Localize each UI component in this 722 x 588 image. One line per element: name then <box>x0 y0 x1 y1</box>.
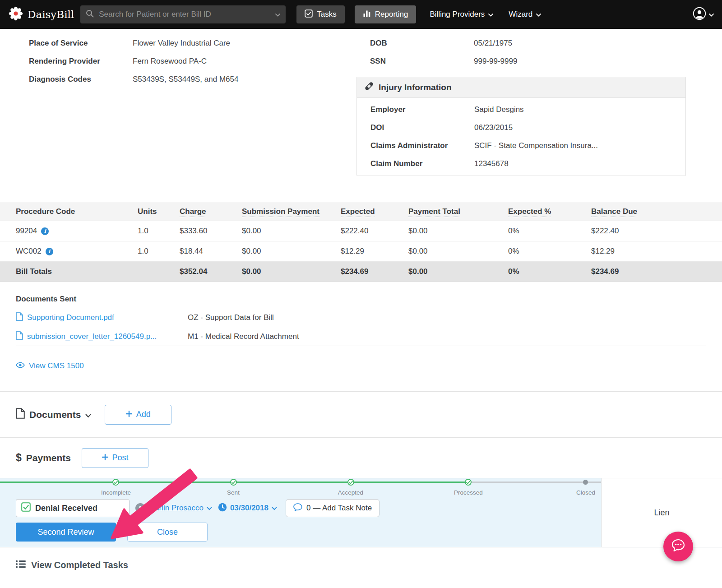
cell-expected-pct: 0% <box>508 262 591 282</box>
search-input[interactable] <box>98 9 271 19</box>
cell-charge: $333.60 <box>180 221 242 241</box>
lien-panel: Lien <box>601 478 722 547</box>
cell-submission-payment: $0.00 <box>242 221 341 241</box>
wizard-label: Wizard <box>509 10 532 19</box>
injury-information-title: Injury Information <box>379 83 452 93</box>
cell-payment-total: $0.00 <box>408 262 508 282</box>
step-processed-check-icon <box>465 479 472 486</box>
cell-balance-due: $222.40 <box>591 221 722 241</box>
step-accepted-check-icon <box>347 479 354 486</box>
tasks-label: Tasks <box>317 10 336 19</box>
global-search[interactable] <box>80 5 286 23</box>
field-ssn: SSN 999-99-9999 <box>356 52 686 70</box>
speech-bubble-icon <box>293 503 302 514</box>
chevron-down-icon <box>709 10 714 19</box>
col-procedure-code: Procedure Code <box>0 202 138 221</box>
cell-expected-pct: 0% <box>508 241 591 262</box>
cell-units: 1.0 <box>138 241 180 262</box>
chevron-down-icon <box>272 504 277 512</box>
assignee-dropdown[interactable]: Marlin Prosacco <box>135 503 212 513</box>
daisy-logo-icon <box>8 6 23 23</box>
account-menu[interactable] <box>693 7 714 22</box>
document-link[interactable]: submission_cover_letter_1260549.p... <box>16 331 188 342</box>
col-payment-total: Payment Total <box>408 202 508 221</box>
procedure-table: Procedure Code Units Charge Submission P… <box>0 202 722 282</box>
bar-chart-icon <box>363 10 371 19</box>
procedure-row: 99204i 1.0 $333.60 $0.00 $222.40 $0.00 0… <box>0 221 722 241</box>
chat-support-button[interactable] <box>663 532 693 561</box>
progress-line-pending <box>468 482 601 483</box>
bill-totals-label: Bill Totals <box>0 262 138 282</box>
step-label-incomplete: Incomplete <box>84 489 148 496</box>
field-dob: DOB 05/21/1975 <box>356 34 686 52</box>
reporting-button[interactable]: Reporting <box>355 5 417 23</box>
list-icon <box>16 560 26 570</box>
documents-section: Documents Add <box>0 392 722 438</box>
chevron-down-icon <box>488 10 493 19</box>
search-chevron-icon[interactable] <box>275 10 280 19</box>
document-row: Supporting Document.pdf OZ - Support Dat… <box>16 308 706 327</box>
field-claim-number: Claim Number 12345678 <box>357 155 685 173</box>
view-completed-tasks-link[interactable]: View Completed Tasks <box>0 560 722 570</box>
eye-icon <box>16 361 25 370</box>
view-cms-1500-link[interactable]: View CMS 1500 <box>16 361 706 370</box>
cell-submission-payment: $0.00 <box>242 262 341 282</box>
injury-information-panel: Injury Information Employer Sapid Desgin… <box>356 77 686 176</box>
add-task-note-button[interactable]: 0 — Add Task Note <box>286 499 380 517</box>
close-task-button[interactable]: Close <box>127 523 208 542</box>
task-denial-received[interactable]: Denial Received <box>16 499 130 517</box>
procedure-table-header-row: Procedure Code Units Charge Submission P… <box>0 202 722 221</box>
cell-charge: $352.04 <box>180 262 242 282</box>
document-type: OZ - Support Data for Bill <box>188 313 274 322</box>
document-type: M1 - Medical Record Attachment <box>188 332 299 341</box>
billing-providers-label: Billing Providers <box>430 10 485 19</box>
cell-payment-total: $0.00 <box>408 241 508 262</box>
brand-home-link[interactable]: DaisyBill <box>8 6 74 23</box>
document-row: submission_cover_letter_1260549.p... M1 … <box>16 327 706 346</box>
tasks-checkbox-icon <box>305 9 313 20</box>
task-panel: Incomplete Sent Accepted Processed Close… <box>0 478 722 547</box>
cell-expected: $234.69 <box>341 262 408 282</box>
wizard-menu[interactable]: Wizard <box>509 10 541 19</box>
cell-units: 1.0 <box>138 221 180 241</box>
chevron-down-icon <box>85 409 91 420</box>
reporting-label: Reporting <box>375 10 408 19</box>
step-label-sent: Sent <box>202 489 265 496</box>
cell-procedure-code: 99204i <box>0 221 138 241</box>
plus-icon <box>102 453 108 463</box>
post-payment-button[interactable]: Post <box>82 448 148 468</box>
step-label-closed: Closed <box>554 489 617 496</box>
documents-section-toggle[interactable]: Documents <box>16 408 91 421</box>
due-date-dropdown[interactable]: 03/30/2018 <box>218 503 277 514</box>
bill-details: Place of Service Flower Valley Industria… <box>29 34 356 202</box>
cell-submission-payment: $0.00 <box>242 241 341 262</box>
info-icon[interactable]: i <box>46 248 53 255</box>
brand-name: DaisyBill <box>28 9 74 20</box>
green-checkbox-icon[interactable] <box>21 502 31 514</box>
col-units: Units <box>138 202 180 221</box>
payments-section-title: $ Payments <box>16 452 71 464</box>
top-navbar: DaisyBill Tasks Reporting Billing Provid… <box>0 0 722 29</box>
cell-balance-due: $12.29 <box>591 241 722 262</box>
second-review-button[interactable]: Second Review <box>16 523 116 542</box>
tasks-button[interactable]: Tasks <box>296 5 344 23</box>
documents-sent-title: Documents Sent <box>16 295 706 304</box>
field-employer: Employer Sapid Desgins <box>357 101 685 119</box>
document-link[interactable]: Supporting Document.pdf <box>16 312 188 323</box>
bill-totals-row: Bill Totals $352.04 $0.00 $234.69 $0.00 … <box>0 262 722 282</box>
dollar-icon: $ <box>16 452 22 464</box>
task-name: Denial Received <box>35 504 97 513</box>
chevron-down-icon <box>207 504 212 512</box>
bandage-icon <box>364 81 374 93</box>
info-icon[interactable]: i <box>41 227 49 235</box>
cell-expected: $222.40 <box>341 221 408 241</box>
cell-procedure-code: WC002i <box>0 241 138 262</box>
document-icon <box>16 408 25 421</box>
lien-label: Lien <box>654 508 669 518</box>
add-document-button[interactable]: Add <box>105 405 171 425</box>
documents-sent-section: Documents Sent Supporting Document.pdf O… <box>0 282 722 392</box>
cell-balance-due: $234.69 <box>591 262 722 282</box>
billing-providers-menu[interactable]: Billing Providers <box>430 10 493 19</box>
chat-bubble-icon <box>671 538 686 555</box>
col-submission-payment: Submission Payment <box>242 202 341 221</box>
